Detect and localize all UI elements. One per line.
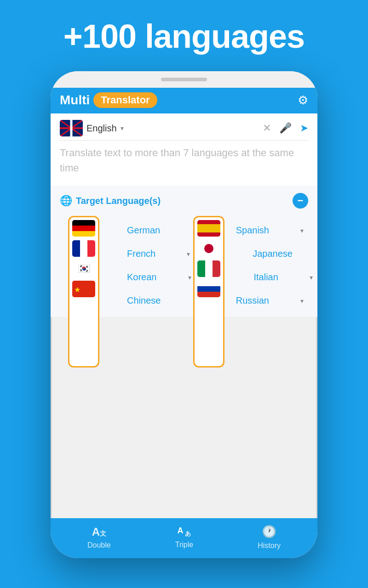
- lang-name-french: French: [127, 249, 155, 259]
- lang-name-italian: Italian: [254, 272, 278, 283]
- bottom-navigation: A文 Double A あ Triple 🕐 History: [51, 518, 317, 558]
- nav-triple[interactable]: A あ Triple: [175, 526, 193, 549]
- app-title-badge: Translator: [93, 92, 157, 108]
- flag-french: [72, 240, 95, 257]
- italian-dropdown[interactable]: ▾: [310, 274, 313, 281]
- app-title-multi: Multi: [60, 93, 90, 107]
- source-placeholder[interactable]: Translate text to more than 7 languages …: [60, 145, 308, 183]
- source-icons: ✕ 🎤 ➤: [263, 122, 308, 134]
- source-lang-row: English ▾ ✕ 🎤 ➤: [60, 120, 308, 136]
- double-icon: A文: [92, 526, 106, 538]
- divider: [60, 140, 308, 141]
- phone-shell: Multi Translator ⚙ English ▾ ✕ 🎤: [51, 71, 317, 558]
- send-icon[interactable]: ➤: [300, 122, 308, 134]
- phone-speaker: [161, 78, 207, 81]
- lang-name-german: German: [127, 225, 160, 236]
- flag-uk-h: [60, 127, 83, 129]
- target-area: 🌐 Target Language(s) − 🇰🇷 ★: [51, 186, 317, 317]
- triple-icon: A あ: [177, 526, 191, 538]
- lang-name-korean: Korean: [127, 272, 157, 283]
- russian-dropdown[interactable]: ▾: [300, 297, 304, 305]
- phone-notch: [51, 71, 317, 88]
- source-lang-selector[interactable]: English ▾: [60, 120, 124, 136]
- target-label: 🌐 Target Language(s): [60, 195, 161, 207]
- lang-name-japanese: Japanese: [253, 249, 293, 259]
- triple-label: Triple: [175, 541, 193, 549]
- nav-double[interactable]: A文 Double: [87, 526, 111, 549]
- left-flag-highlight: 🇰🇷 ★: [68, 216, 99, 368]
- lang-name-russian: Russian: [236, 295, 269, 306]
- mic-icon[interactable]: 🎤: [279, 122, 292, 134]
- target-header: 🌐 Target Language(s) −: [60, 193, 308, 209]
- lang-name-spanish: Spanish: [236, 225, 269, 236]
- flag-uk-inner: [60, 120, 83, 136]
- nav-history[interactable]: 🕐 History: [258, 525, 281, 550]
- source-lang-dropdown[interactable]: ▾: [121, 124, 124, 132]
- target-label-text: Target Language(s): [76, 196, 161, 206]
- language-list: 🇰🇷 ★: [60, 216, 308, 312]
- history-label: History: [258, 542, 281, 550]
- flag-uk: [60, 120, 83, 136]
- headline: +100 languages: [0, 17, 368, 55]
- french-dropdown[interactable]: ▾: [187, 250, 190, 258]
- flag-uk-v: [70, 120, 72, 136]
- source-area: English ▾ ✕ 🎤 ➤ Translate text to more t…: [51, 113, 317, 186]
- history-icon: 🕐: [262, 525, 276, 539]
- flag-korean: 🇰🇷: [72, 260, 95, 277]
- remove-language-button[interactable]: −: [293, 193, 308, 209]
- source-lang-name: English: [86, 123, 117, 134]
- double-label: Double: [87, 541, 111, 549]
- korean-dropdown[interactable]: ▾: [188, 274, 191, 281]
- flag-german: [72, 220, 95, 237]
- flag-russian: [197, 281, 220, 297]
- globe-icon: 🌐: [60, 195, 72, 207]
- flag-spanish: [197, 220, 220, 237]
- app-title: Multi Translator: [60, 92, 157, 108]
- right-flag-highlight: [193, 216, 224, 368]
- app-header: Multi Translator ⚙: [51, 88, 317, 113]
- close-icon[interactable]: ✕: [263, 122, 271, 134]
- flag-chinese: ★: [72, 281, 95, 297]
- flag-japanese: [197, 240, 220, 257]
- settings-icon[interactable]: ⚙: [298, 93, 308, 107]
- flag-italian: [197, 260, 220, 277]
- spanish-dropdown[interactable]: ▾: [300, 227, 304, 234]
- lang-name-chinese: Chinese: [127, 295, 161, 306]
